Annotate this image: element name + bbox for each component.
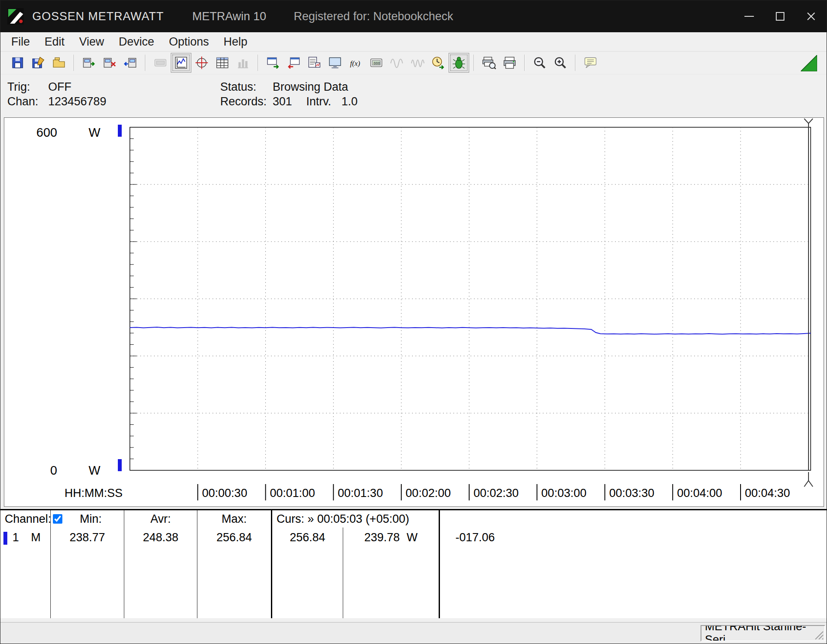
device-display-icon: 888 — [369, 55, 384, 70]
chart-area[interactable]: 00:00:3000:01:0000:01:3000:02:0000:02:30… — [4, 117, 824, 507]
title-bar: GOSSEN METRAWATT METRAwin 10 Registered … — [0, 0, 827, 32]
device-name-box: METRAHit Starline-Seri — [701, 625, 825, 641]
formula-button[interactable]: f(x) — [345, 53, 366, 73]
svg-text:00:00:30: 00:00:30 — [202, 487, 247, 500]
toolbar-separator — [524, 55, 525, 71]
app-logo-icon — [7, 8, 24, 25]
toolbar-separator — [74, 55, 74, 71]
minimize-button[interactable] — [734, 0, 765, 32]
monitor-icon — [328, 55, 342, 70]
header-avr: Avr: — [124, 510, 197, 527]
app-title: METRAwin 10 — [192, 10, 266, 23]
svg-text:600: 600 — [37, 126, 57, 139]
menu-device[interactable]: Device — [111, 32, 162, 51]
toolbar-separator — [258, 55, 258, 71]
header-min-cell: Min: — [51, 510, 124, 527]
open-button[interactable] — [49, 53, 69, 73]
chart-canvas[interactable]: 00:00:3000:01:0000:01:3000:02:0000:02:30… — [4, 118, 824, 506]
row-min-value: 238.77 — [51, 527, 124, 618]
yt-chart-icon — [174, 55, 188, 70]
zoom-out-button[interactable] — [529, 53, 550, 73]
close-button[interactable] — [796, 0, 827, 32]
menu-edit[interactable]: Edit — [37, 32, 72, 51]
svg-text:00:04:30: 00:04:30 — [745, 487, 790, 500]
svg-text:00:03:00: 00:03:00 — [541, 487, 587, 500]
protocol-button[interactable] — [304, 53, 325, 73]
status-value: Browsing Data — [273, 80, 348, 94]
status-bar: METRAHit Starline-Seri — [0, 622, 827, 644]
svg-text:f(x): f(x) — [350, 59, 360, 67]
receive-window-icon — [286, 55, 301, 70]
window-controls — [734, 0, 827, 32]
save-as-button[interactable] — [28, 53, 49, 73]
device-display-button[interactable]: 888 — [366, 53, 387, 73]
svg-text:W: W — [89, 126, 101, 139]
table-icon — [215, 55, 230, 70]
print-button[interactable] — [499, 53, 520, 73]
row-max-value: 256.84 — [197, 527, 272, 618]
trigger-channel-block: Trig: OFF Chan: 123456789 — [7, 80, 220, 117]
lcd-icon — [153, 55, 168, 70]
bar-graph-button[interactable] — [233, 53, 253, 73]
minimize-icon — [744, 16, 754, 17]
dc-wave-button[interactable] — [407, 53, 428, 73]
print-preview-icon — [482, 55, 496, 70]
svg-text:W: W — [89, 463, 101, 477]
data-table-button[interactable] — [212, 53, 233, 73]
live-mode-button[interactable] — [449, 53, 469, 73]
clear-memory-button[interactable] — [99, 53, 120, 73]
row-cursor-b-value: 239.78 — [364, 531, 400, 544]
app-window: GOSSEN METRAWATT METRAwin 10 Registered … — [0, 0, 827, 644]
status-label: Status: — [220, 80, 273, 94]
zoom-in-icon — [553, 55, 568, 70]
ac-wave-button[interactable] — [387, 53, 407, 73]
protocol-icon — [307, 55, 322, 70]
maximize-icon — [776, 12, 784, 21]
channel-color-marker — [3, 532, 7, 545]
menu-view[interactable]: View — [72, 32, 111, 51]
svg-text:0: 0 — [50, 463, 57, 477]
bar-graph-icon — [236, 55, 250, 70]
save-button[interactable] — [7, 53, 28, 73]
records-label: Records: — [220, 94, 273, 109]
time-sync-button[interactable] — [428, 53, 449, 73]
row-cursor-b-unit: W — [407, 531, 418, 544]
header-delta — [440, 510, 827, 527]
read-memory-button[interactable] — [120, 53, 141, 73]
help-icon — [583, 55, 598, 70]
receive-window-button[interactable] — [283, 53, 304, 73]
menu-options[interactable]: Options — [162, 32, 216, 51]
xy-chart-button[interactable] — [191, 53, 212, 73]
yt-chart-button[interactable] — [171, 53, 191, 73]
time-sync-icon — [431, 55, 446, 70]
print-preview-button[interactable] — [479, 53, 499, 73]
resize-grip-icon[interactable] — [814, 630, 824, 640]
zoom-in-button[interactable] — [550, 53, 571, 73]
channel-index: 1 — [12, 531, 19, 544]
maximize-button[interactable] — [765, 0, 796, 32]
trig-value: OFF — [48, 80, 71, 94]
chan-label: Chan: — [7, 94, 48, 109]
row-avr-value: 248.38 — [124, 527, 197, 618]
records-value: 301 — [273, 94, 306, 109]
channel-visible-checkbox[interactable] — [53, 514, 62, 524]
quick-help-button[interactable] — [580, 53, 601, 73]
menu-help[interactable]: Help — [216, 32, 255, 51]
close-icon — [806, 12, 816, 21]
svg-text:HH:MM:SS: HH:MM:SS — [65, 487, 123, 500]
monitor-button[interactable] — [325, 53, 345, 73]
xy-chart-icon — [194, 55, 209, 70]
export-data-button[interactable] — [79, 53, 99, 73]
header-channel: Channel: — [0, 510, 51, 527]
print-icon — [502, 55, 517, 70]
row-cursor-a-value: 256.84 — [272, 527, 343, 618]
header-cursor: Curs: » 00:05:03 (+05:00) — [272, 510, 440, 527]
send-window-button[interactable] — [263, 53, 283, 73]
channel-row-cell[interactable]: 1 M — [0, 527, 51, 618]
toolbar-separator — [473, 55, 474, 71]
menu-file[interactable]: File — [4, 32, 37, 51]
row-cursor-b-cell: 239.78 W — [343, 527, 440, 618]
lcd-display-button[interactable] — [150, 53, 171, 73]
toolbar: f(x)888 — [0, 51, 827, 74]
svg-text:00:01:30: 00:01:30 — [338, 487, 383, 500]
